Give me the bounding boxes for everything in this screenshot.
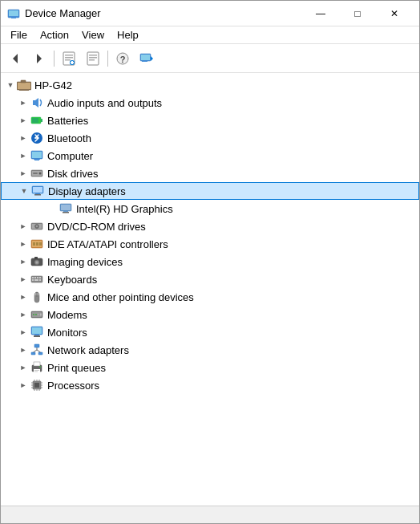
audio-icon: [30, 95, 44, 110]
tree-item-print[interactable]: Print queues: [1, 359, 419, 376]
modems-chevron: [17, 308, 30, 321]
menu-help[interactable]: Help: [111, 27, 145, 43]
imaging-label: Imaging devices: [47, 256, 123, 268]
window-icon: [7, 7, 20, 20]
batteries-chevron: [17, 114, 30, 127]
update-button[interactable]: [82, 47, 104, 70]
tree-item-computer[interactable]: Computer: [1, 147, 419, 165]
back-button[interactable]: [4, 47, 26, 70]
svg-point-37: [39, 173, 42, 175]
tree-item-bluetooth[interactable]: Bluetooth: [1, 129, 419, 147]
svg-rect-25: [19, 89, 29, 91]
disk-label: Disk drives: [47, 168, 99, 180]
tree-item-audio[interactable]: Audio inputs and outputs: [1, 94, 419, 112]
tree-item-dvd[interactable]: DVD/CD-ROM drives: [1, 217, 419, 235]
menu-file[interactable]: File: [4, 27, 34, 43]
batteries-label: Batteries: [47, 115, 88, 127]
keyboards-chevron: [17, 273, 30, 286]
bluetooth-label: Bluetooth: [47, 132, 91, 144]
scan-button[interactable]: [135, 47, 158, 70]
svg-rect-94: [34, 383, 39, 388]
svg-rect-9: [65, 59, 71, 61]
svg-rect-63: [37, 277, 38, 278]
svg-marker-5: [37, 54, 42, 63]
monitors-chevron: [17, 326, 30, 339]
svg-rect-32: [32, 152, 42, 158]
tree-item-display[interactable]: Display adapters: [1, 182, 419, 200]
network-label: Network adapters: [47, 344, 129, 356]
tree-item-imaging[interactable]: Imaging devices: [1, 253, 419, 270]
root-icon: [17, 78, 31, 92]
disk-icon: [30, 166, 44, 181]
toolbar-separator-1: [54, 51, 55, 67]
intel-label: Intel(R) HD Graphics: [76, 203, 173, 215]
properties-button[interactable]: [58, 47, 80, 70]
close-button[interactable]: ✕: [376, 1, 413, 26]
window-title: Device Manager: [25, 7, 302, 19]
processors-icon: [30, 378, 44, 392]
svg-rect-80: [34, 335, 40, 337]
svg-point-58: [36, 262, 38, 264]
svg-rect-40: [33, 187, 42, 193]
tree-item-modems[interactable]: Modems: [1, 306, 419, 323]
modems-label: Modems: [47, 309, 87, 321]
tree-item-disk[interactable]: Disk drives: [1, 165, 419, 182]
svg-rect-3: [11, 18, 16, 18]
audio-chevron: [17, 96, 30, 109]
menu-bar: File Action View Help: [1, 26, 419, 44]
forward-button[interactable]: [28, 47, 50, 70]
svg-rect-88: [34, 362, 40, 366]
computer-label: Computer: [47, 150, 93, 162]
svg-rect-65: [32, 279, 34, 281]
ide-chevron: [17, 238, 30, 250]
display-icon: [30, 184, 45, 198]
svg-rect-67: [39, 279, 41, 281]
dvd-label: DVD/CD-ROM drives: [47, 221, 146, 233]
svg-rect-7: [65, 55, 73, 56]
svg-rect-44: [61, 205, 71, 210]
help-button[interactable]: ?: [111, 47, 134, 70]
svg-rect-83: [38, 352, 42, 355]
monitors-label: Monitors: [47, 327, 87, 339]
tree-root[interactable]: HP-G42: [1, 76, 419, 94]
svg-rect-26: [21, 80, 26, 83]
svg-rect-33: [34, 159, 40, 160]
processors-chevron: [17, 379, 30, 392]
svg-rect-81: [34, 344, 39, 347]
svg-point-74: [35, 314, 37, 315]
svg-rect-66: [34, 279, 38, 281]
tree-item-processors[interactable]: Processors: [1, 376, 419, 394]
svg-rect-24: [18, 83, 30, 89]
display-chevron: [18, 185, 30, 197]
svg-rect-59: [34, 257, 38, 259]
disk-chevron: [17, 167, 30, 180]
title-bar: Device Manager — □ ✕: [1, 1, 419, 26]
svg-rect-42: [34, 194, 41, 196]
menu-view[interactable]: View: [75, 27, 111, 43]
computer-chevron: [17, 149, 30, 162]
svg-rect-16: [89, 59, 95, 61]
maximize-button[interactable]: □: [339, 1, 376, 26]
svg-rect-90: [34, 370, 39, 371]
minimize-button[interactable]: —: [302, 1, 339, 26]
toolbar-separator-2: [107, 51, 108, 67]
tree-item-network[interactable]: Network adapters: [1, 341, 419, 359]
tree-item-batteries[interactable]: Batteries: [1, 112, 419, 129]
tree-view[interactable]: HP-G42 Audio inputs and outputs: [1, 73, 419, 506]
batteries-icon: [30, 113, 44, 128]
tree-item-intel[interactable]: Intel(R) HD Graphics: [1, 200, 419, 217]
tree-item-keyboards[interactable]: Keyboards: [1, 270, 419, 288]
tree-item-mice[interactable]: Mice and other pointing devices: [1, 288, 419, 306]
tree-item-monitors[interactable]: Monitors: [1, 323, 419, 341]
processors-label: Processors: [47, 380, 99, 392]
tree-item-ide[interactable]: IDE ATA/ATAPI controllers: [1, 235, 419, 253]
svg-rect-53: [33, 242, 35, 246]
svg-rect-55: [39, 242, 42, 246]
svg-line-85: [34, 350, 38, 352]
menu-action[interactable]: Action: [34, 27, 75, 43]
svg-rect-78: [32, 327, 42, 334]
svg-rect-76: [40, 314, 42, 316]
keyboards-label: Keyboards: [47, 274, 97, 286]
modems-icon: [30, 307, 44, 322]
svg-rect-20: [141, 55, 150, 60]
